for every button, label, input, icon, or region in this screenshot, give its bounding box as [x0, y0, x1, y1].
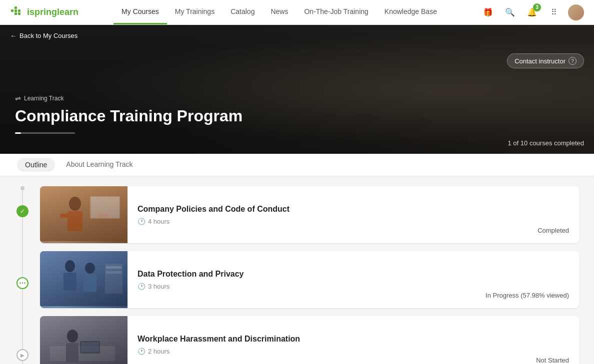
nav-actions: 🎁 🔍 🔔 3 ⠿	[480, 4, 584, 20]
course-status-3: Not Started	[526, 316, 579, 364]
clock-icon-3: 🕐	[138, 348, 146, 355]
svg-rect-0	[11, 9, 14, 12]
avatar-image	[568, 4, 584, 20]
course-list-container: ✓ ··· ▶	[0, 176, 594, 364]
course-name-2: Data Protection and Privacy	[138, 270, 466, 279]
timeline-spacer-3	[22, 289, 23, 349]
hero-progress-bar	[15, 132, 75, 134]
tab-outline[interactable]: Outline	[17, 158, 55, 172]
gift-icon: 🎁	[483, 7, 493, 17]
svg-point-16	[65, 260, 75, 272]
svg-rect-14	[40, 251, 128, 306]
svg-rect-27	[80, 341, 100, 354]
course-thumbnail-2	[40, 251, 128, 308]
duration-text-3: 2 hours	[148, 348, 170, 355]
svg-rect-26	[66, 343, 78, 362]
contact-instructor-label: Contact instructor	[514, 57, 566, 65]
nav-on-the-job[interactable]: On-The-Job Training	[296, 0, 376, 24]
thumbnail-image-1	[40, 186, 128, 241]
back-label: Back to My Courses	[20, 32, 78, 39]
svg-rect-12	[90, 196, 120, 219]
back-to-my-courses-button[interactable]: ← Back to My Courses	[10, 32, 78, 39]
svg-rect-15	[40, 251, 128, 306]
svg-point-8	[69, 197, 81, 211]
course-duration-1: 🕐 4 hours	[138, 218, 518, 225]
nav-knowledge-base[interactable]: Knowledge Base	[376, 0, 445, 24]
timeline-node-3: ▶	[16, 349, 28, 361]
svg-rect-19	[84, 274, 96, 292]
duration-text-2: 3 hours	[148, 283, 170, 290]
thumbnail-image-2	[40, 251, 128, 306]
svg-rect-5	[18, 12, 20, 15]
svg-rect-7	[40, 186, 128, 241]
timeline-node-2: ···	[16, 277, 28, 289]
learning-track-badge: ⇌ Learning Track	[15, 94, 242, 102]
navbar: ispringlearn My Courses My Trainings Cat…	[0, 0, 594, 25]
grid-icon: ⠿	[551, 7, 557, 17]
svg-point-18	[85, 263, 95, 274]
course-thumbnail-3	[40, 316, 128, 364]
svg-rect-4	[14, 12, 17, 15]
course-card-2[interactable]: Data Protection and Privacy 🕐 3 hours In…	[40, 251, 579, 308]
svg-rect-2	[14, 9, 17, 12]
svg-rect-20	[105, 264, 122, 294]
hero-progress-fill	[15, 132, 21, 134]
timeline-tail	[22, 361, 23, 364]
nav-catalog[interactable]: Catalog	[222, 0, 262, 24]
back-arrow-icon: ←	[10, 32, 16, 39]
nav-my-trainings[interactable]: My Trainings	[167, 0, 222, 24]
course-name-3: Workplace Harassment and Discrimination	[138, 335, 516, 344]
nav-my-courses[interactable]: My Courses	[114, 0, 167, 24]
svg-rect-10	[60, 214, 69, 218]
help-icon: ?	[568, 57, 576, 65]
gift-icon-button[interactable]: 🎁	[480, 4, 496, 20]
hero-banner: ← Back to My Courses Contact instructor …	[0, 25, 594, 154]
svg-rect-21	[106, 266, 122, 269]
course-duration-2: 🕐 3 hours	[138, 283, 466, 290]
course-cards-column: Company Policies and Code of Conduct 🕐 4…	[40, 186, 579, 364]
course-name-1: Company Policies and Code of Conduct	[138, 205, 518, 214]
svg-rect-3	[18, 9, 20, 12]
svg-point-25	[67, 330, 78, 343]
contact-instructor-button[interactable]: Contact instructor ?	[507, 53, 584, 68]
tabs-bar: Outline About Learning Track	[0, 154, 594, 176]
course-thumbnail-1	[40, 186, 128, 243]
search-icon: 🔍	[505, 7, 515, 17]
svg-rect-1	[14, 6, 17, 9]
duration-text-1: 4 hours	[148, 218, 170, 225]
course-card-3[interactable]: Workplace Harassment and Discrimination …	[40, 316, 579, 364]
hero-content: ⇌ Learning Track Compliance Training Pro…	[15, 94, 242, 134]
course-status-1: Completed	[528, 186, 579, 243]
ispring-logo-icon	[10, 5, 24, 19]
brand-name: ispringlearn	[27, 7, 78, 17]
hero-progress-text: 1 of 10 courses completed	[508, 139, 584, 147]
svg-rect-17	[64, 273, 76, 290]
brand-logo[interactable]: ispringlearn	[10, 5, 78, 19]
course-duration-3: 🕐 2 hours	[138, 348, 516, 355]
nav-news[interactable]: News	[262, 0, 296, 24]
timeline-top-dot	[20, 186, 24, 190]
timeline-spacer-1	[22, 190, 23, 205]
notification-badge: 3	[533, 3, 541, 11]
track-icon: ⇌	[15, 94, 21, 102]
course-timeline: ✓ ··· ▶	[15, 186, 30, 364]
svg-rect-11	[98, 214, 108, 218]
user-avatar[interactable]	[568, 4, 584, 20]
clock-icon-1: 🕐	[138, 218, 146, 225]
svg-rect-24	[50, 346, 115, 361]
course-card-1[interactable]: Company Policies and Code of Conduct 🕐 4…	[40, 186, 579, 243]
timeline-node-1: ✓	[16, 205, 28, 217]
svg-rect-6	[40, 186, 128, 241]
thumbnail-image-3	[40, 316, 128, 364]
course-info-3: Workplace Harassment and Discrimination …	[128, 316, 526, 364]
svg-rect-23	[40, 316, 128, 364]
hero-overlay	[0, 25, 594, 154]
track-badge-label: Learning Track	[24, 95, 64, 102]
course-status-2: In Progress (57.98% viewed)	[476, 251, 579, 308]
notification-icon-button[interactable]: 🔔 3	[524, 4, 540, 20]
search-icon-button[interactable]: 🔍	[502, 4, 518, 20]
course-info-2: Data Protection and Privacy 🕐 3 hours	[128, 251, 476, 308]
tab-about-learning-track[interactable]: About Learning Track	[57, 154, 142, 176]
svg-rect-22	[106, 271, 122, 274]
apps-icon-button[interactable]: ⠿	[546, 4, 562, 20]
